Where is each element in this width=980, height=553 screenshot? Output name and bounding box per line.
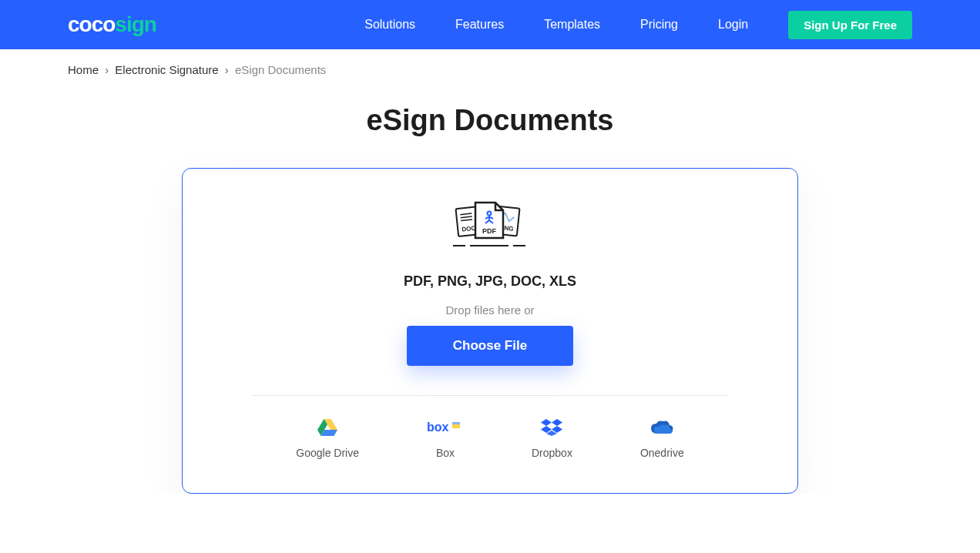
nav-solutions[interactable]: Solutions (364, 18, 415, 32)
provider-label: Google Drive (296, 447, 359, 459)
document-stack-icon: DOC PNG PDF (229, 199, 751, 252)
page-title: eSign Documents (0, 104, 980, 137)
provider-googledrive[interactable]: Google Drive (296, 419, 359, 459)
svg-text:box: box (427, 421, 449, 434)
signup-button[interactable]: Sign Up For Free (788, 11, 912, 39)
logo[interactable]: cocosign (68, 12, 156, 37)
breadcrumb-separator: › (105, 63, 109, 76)
onedrive-icon (649, 419, 674, 436)
supported-formats: PDF, PNG, JPG, DOC, XLS (229, 273, 751, 290)
provider-label: Box (436, 447, 455, 459)
svg-rect-14 (452, 422, 460, 424)
svg-rect-13 (452, 424, 460, 428)
provider-onedrive[interactable]: Onedrive (640, 419, 684, 459)
box-icon: box (427, 419, 464, 436)
breadcrumb: Home › Electronic Signature › eSign Docu… (0, 49, 980, 90)
divider (252, 395, 728, 396)
googledrive-icon (317, 419, 337, 436)
choose-file-button[interactable]: Choose File (407, 326, 573, 366)
nav-login[interactable]: Login (718, 18, 748, 32)
drop-hint: Drop files here or (229, 303, 751, 317)
logo-part1: coco (68, 12, 115, 36)
provider-box[interactable]: box Box (427, 419, 464, 459)
svg-text:PDF: PDF (482, 227, 497, 235)
nav-pricing[interactable]: Pricing (640, 18, 678, 32)
dropbox-icon (541, 419, 562, 436)
provider-label: Dropbox (532, 447, 572, 459)
nav-features[interactable]: Features (455, 18, 504, 32)
svg-text:DOC: DOC (461, 225, 476, 233)
breadcrumb-home[interactable]: Home (68, 63, 99, 76)
nav-templates[interactable]: Templates (544, 18, 600, 32)
logo-part2: sign (115, 12, 156, 36)
header: cocosign Solutions Features Templates Pr… (0, 0, 980, 49)
provider-label: Onedrive (640, 447, 684, 459)
breadcrumb-current: eSign Documents (235, 63, 326, 76)
breadcrumb-esignature[interactable]: Electronic Signature (115, 63, 218, 76)
upload-card[interactable]: DOC PNG PDF PDF, PNG, (182, 168, 798, 494)
main-nav: Solutions Features Templates Pricing Log… (364, 11, 912, 39)
provider-dropbox[interactable]: Dropbox (532, 419, 572, 459)
cloud-providers: Google Drive box Box (229, 419, 751, 459)
breadcrumb-separator: › (225, 63, 229, 76)
